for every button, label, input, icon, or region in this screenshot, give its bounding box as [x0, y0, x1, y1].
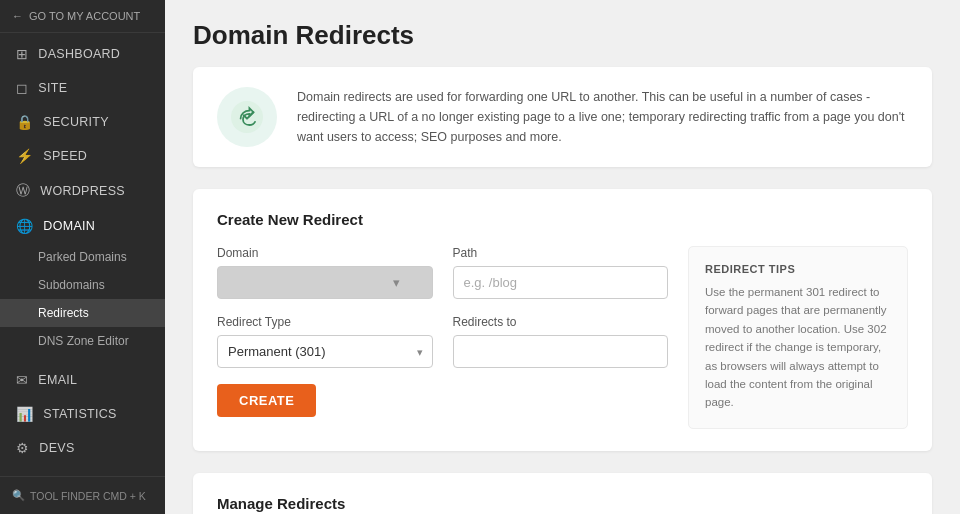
bottom-nav: ✉ EMAIL 📊 STATISTICS ⚙ DEVS	[0, 359, 165, 469]
sidebar-sub-dns-zone-editor[interactable]: DNS Zone Editor	[0, 327, 165, 355]
speed-icon: ⚡	[16, 148, 33, 164]
domain-label: Domain	[217, 246, 433, 260]
sidebar-footer: 🔍 TOOL FINDER CMD + K	[0, 476, 165, 514]
wordpress-label: WORDPRESS	[40, 184, 125, 198]
sidebar-item-email[interactable]: ✉ EMAIL	[0, 363, 165, 397]
redirect-type-select-wrap: Permanent (301) Temporary (302) ▾	[217, 335, 433, 368]
go-to-account-link[interactable]: ← GO TO MY ACCOUNT	[12, 10, 153, 22]
main-nav: ⊞ DASHBOARD ◻ SITE 🔒 SECURITY ⚡ SPEED Ⓦ …	[0, 33, 165, 359]
form-row-1: Domain ▾ Path	[217, 246, 668, 299]
redirects-to-group: Redirects to	[453, 315, 669, 368]
site-icon: ◻	[16, 80, 28, 96]
tool-finder[interactable]: 🔍 TOOL FINDER CMD + K	[12, 489, 153, 502]
form-row-2: Redirect Type Permanent (301) Temporary …	[217, 315, 668, 368]
redirect-type-label: Redirect Type	[217, 315, 433, 329]
security-icon: 🔒	[16, 114, 33, 130]
sidebar-item-dashboard[interactable]: ⊞ DASHBOARD	[0, 37, 165, 71]
search-icon: 🔍	[12, 489, 25, 502]
sidebar-item-site[interactable]: ◻ SITE	[0, 71, 165, 105]
redirect-tips-panel: REDIRECT TIPS Use the permanent 301 redi…	[688, 246, 908, 429]
email-icon: ✉	[16, 372, 28, 388]
dashboard-icon: ⊞	[16, 46, 28, 62]
site-label: SITE	[38, 81, 67, 95]
tips-title: REDIRECT TIPS	[705, 263, 891, 275]
wordpress-icon: Ⓦ	[16, 182, 30, 200]
domain-select[interactable]: ▾	[217, 266, 433, 299]
redirect-type-group: Redirect Type Permanent (301) Temporary …	[217, 315, 433, 368]
dashboard-label: DASHBOARD	[38, 47, 120, 61]
redirects-to-label: Redirects to	[453, 315, 669, 329]
domain-label: DOMAIN	[43, 219, 95, 233]
domain-select-wrap: ▾	[217, 266, 433, 299]
manage-redirects-section: Manage Redirects URL Redirect Type Redir…	[193, 473, 932, 514]
path-label: Path	[453, 246, 669, 260]
domain-group: Domain ▾	[217, 246, 433, 299]
devs-icon: ⚙	[16, 440, 29, 456]
sidebar: ← GO TO MY ACCOUNT ⊞ DASHBOARD ◻ SITE 🔒 …	[0, 0, 165, 514]
create-button[interactable]: CREATE	[217, 384, 316, 417]
back-arrow-icon: ←	[12, 10, 23, 22]
info-box: Domain redirects are used for forwarding…	[193, 67, 932, 167]
page-title: Domain Redirects	[193, 20, 932, 51]
redirect-icon	[231, 101, 263, 133]
path-group: Path	[453, 246, 669, 299]
create-section-title: Create New Redirect	[217, 211, 908, 228]
sidebar-sub-parked-domains[interactable]: Parked Domains	[0, 243, 165, 271]
redirect-icon-wrap	[217, 87, 277, 147]
domain-chevron-icon: ▾	[393, 275, 400, 290]
manage-section-title: Manage Redirects	[217, 495, 908, 512]
sidebar-item-speed[interactable]: ⚡ SPEED	[0, 139, 165, 173]
security-label: SECURITY	[43, 115, 109, 129]
sidebar-top: ← GO TO MY ACCOUNT	[0, 0, 165, 33]
svg-rect-0	[231, 101, 263, 133]
form-left: Domain ▾ Path	[217, 246, 668, 429]
sidebar-sub-redirects[interactable]: Redirects	[0, 299, 165, 327]
domain-icon: 🌐	[16, 218, 33, 234]
tips-text: Use the permanent 301 redirect to forwar…	[705, 283, 891, 412]
create-redirect-section: Create New Redirect Domain ▾	[193, 189, 932, 451]
form-content: Domain ▾ Path	[217, 246, 908, 429]
sidebar-item-statistics[interactable]: 📊 STATISTICS	[0, 397, 165, 431]
sidebar-item-security[interactable]: 🔒 SECURITY	[0, 105, 165, 139]
redirect-type-select[interactable]: Permanent (301) Temporary (302)	[217, 335, 433, 368]
go-to-account-label: GO TO MY ACCOUNT	[29, 10, 140, 22]
info-text: Domain redirects are used for forwarding…	[297, 87, 908, 147]
speed-label: SPEED	[43, 149, 87, 163]
sidebar-item-wordpress[interactable]: Ⓦ WORDPRESS	[0, 173, 165, 209]
redirects-to-input[interactable]	[453, 335, 669, 368]
path-input[interactable]	[453, 266, 669, 299]
devs-label: DEVS	[39, 441, 74, 455]
statistics-label: STATISTICS	[43, 407, 116, 421]
sidebar-sub-subdomains[interactable]: Subdomains	[0, 271, 165, 299]
sidebar-item-domain[interactable]: 🌐 DOMAIN	[0, 209, 165, 243]
sidebar-item-devs[interactable]: ⚙ DEVS	[0, 431, 165, 465]
statistics-icon: 📊	[16, 406, 33, 422]
main-content: Domain Redirects Domain redirects are us…	[165, 0, 960, 514]
email-label: EMAIL	[38, 373, 77, 387]
tool-finder-label: TOOL FINDER CMD + K	[30, 490, 146, 502]
